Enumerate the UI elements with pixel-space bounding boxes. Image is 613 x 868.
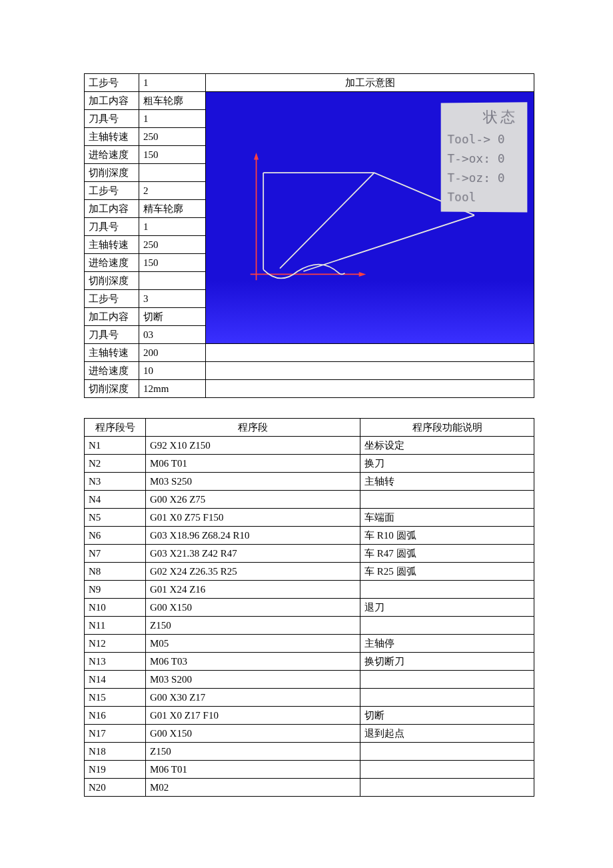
segment-number: N17 bbox=[85, 725, 146, 743]
table-row: N4G00 X26 Z75 bbox=[85, 491, 534, 509]
diagram-header: 加工示意图 bbox=[206, 74, 534, 92]
segment-code: G01 X0 Z75 F150 bbox=[146, 509, 360, 527]
segment-code: G00 X150 bbox=[146, 725, 360, 743]
segment-desc: 切断 bbox=[360, 707, 534, 725]
row-label: 进给速度 bbox=[85, 254, 139, 272]
row-value bbox=[139, 164, 206, 182]
table-row: N7G03 X21.38 Z42 R47车 R47 圆弧 bbox=[85, 545, 534, 563]
table-row: 加工内容 粗车轮廓 状态 Tool-> bbox=[85, 92, 534, 110]
segment-desc bbox=[360, 617, 534, 635]
segment-desc: 换刀 bbox=[360, 455, 534, 473]
row-label: 加工内容 bbox=[85, 200, 139, 218]
segment-code: G01 X0 Z17 F10 bbox=[146, 707, 360, 725]
segment-number: N1 bbox=[85, 437, 146, 455]
segment-number: N4 bbox=[85, 491, 146, 509]
status-line: T->ox: 0 bbox=[447, 149, 518, 169]
table-row: N5G01 X0 Z75 F150车端面 bbox=[85, 509, 534, 527]
segment-code: M05 bbox=[146, 635, 360, 653]
segment-number: N2 bbox=[85, 455, 146, 473]
diagram-empty bbox=[206, 344, 534, 362]
table-row: N20M02 bbox=[85, 779, 534, 797]
segment-desc bbox=[360, 671, 534, 689]
segment-code: G00 X150 bbox=[146, 599, 360, 617]
segment-code: G92 X10 Z150 bbox=[146, 437, 360, 455]
segment-desc: 退刀 bbox=[360, 599, 534, 617]
segment-desc: 车 R10 圆弧 bbox=[360, 527, 534, 545]
segment-number: N6 bbox=[85, 527, 146, 545]
row-label: 刀具号 bbox=[85, 326, 139, 344]
col-header: 程序段号 bbox=[85, 419, 146, 437]
segment-desc: 车 R47 圆弧 bbox=[360, 545, 534, 563]
table-row: N14M03 S200 bbox=[85, 671, 534, 689]
segment-number: N14 bbox=[85, 671, 146, 689]
row-value: 1 bbox=[139, 218, 206, 236]
segment-code: M03 S250 bbox=[146, 473, 360, 491]
segment-number: N11 bbox=[85, 617, 146, 635]
table-row: N11Z150 bbox=[85, 617, 534, 635]
row-label: 切削深度 bbox=[85, 272, 139, 290]
segment-number: N5 bbox=[85, 509, 146, 527]
segment-number: N10 bbox=[85, 599, 146, 617]
table-row: N6G03 X18.96 Z68.24 R10车 R10 圆弧 bbox=[85, 527, 534, 545]
table-row: N16G01 X0 Z17 F10切断 bbox=[85, 707, 534, 725]
segment-code: G03 X18.96 Z68.24 R10 bbox=[146, 527, 360, 545]
segment-code: M06 T01 bbox=[146, 761, 360, 779]
segment-number: N7 bbox=[85, 545, 146, 563]
table-row: N9G01 X24 Z16 bbox=[85, 581, 534, 599]
segment-code: G02 X24 Z26.35 R25 bbox=[146, 563, 360, 581]
status-line: Tool bbox=[447, 187, 518, 207]
table-row: N1G92 X10 Z150坐标设定 bbox=[85, 437, 534, 455]
col-header: 程序段功能说明 bbox=[360, 419, 534, 437]
segment-code: M03 S200 bbox=[146, 671, 360, 689]
table-row: N18Z150 bbox=[85, 743, 534, 761]
row-value: 切断 bbox=[139, 308, 206, 326]
segment-number: N12 bbox=[85, 635, 146, 653]
table-row: 工步号 1 加工示意图 bbox=[85, 74, 534, 92]
row-label: 主轴转速 bbox=[85, 344, 139, 362]
row-value: 150 bbox=[139, 146, 206, 164]
segment-desc: 退到起点 bbox=[360, 725, 534, 743]
row-label: 切削深度 bbox=[85, 164, 139, 182]
segment-number: N18 bbox=[85, 743, 146, 761]
svg-marker-3 bbox=[359, 272, 366, 277]
diagram-empty bbox=[206, 380, 534, 398]
diagram-empty bbox=[206, 362, 534, 380]
row-value: 250 bbox=[139, 236, 206, 254]
row-label: 工步号 bbox=[85, 74, 139, 92]
table-header-row: 程序段号 程序段 程序段功能说明 bbox=[85, 419, 534, 437]
row-value: 10 bbox=[139, 362, 206, 380]
row-value: 粗车轮廓 bbox=[139, 92, 206, 110]
segment-code: Z150 bbox=[146, 617, 360, 635]
table-row: N13M06 T03换切断刀 bbox=[85, 653, 534, 671]
status-title: 状态 bbox=[447, 105, 518, 129]
status-line: Tool-> 0 bbox=[447, 130, 518, 149]
row-label: 主轴转速 bbox=[85, 236, 139, 254]
segment-number: N15 bbox=[85, 689, 146, 707]
toolpath-plot bbox=[239, 137, 474, 293]
row-label: 刀具号 bbox=[85, 110, 139, 128]
table-row: N3M03 S250主轴转 bbox=[85, 473, 534, 491]
segment-desc bbox=[360, 779, 534, 797]
status-line: T->oz: 0 bbox=[447, 169, 518, 188]
row-label: 进给速度 bbox=[85, 146, 139, 164]
row-label: 进给速度 bbox=[85, 362, 139, 380]
svg-marker-2 bbox=[254, 153, 259, 160]
segment-code: G00 X26 Z75 bbox=[146, 491, 360, 509]
row-value bbox=[139, 272, 206, 290]
segment-number: N20 bbox=[85, 779, 146, 797]
table-row: N2M06 T01换刀 bbox=[85, 455, 534, 473]
table-row: 切削深度12mm bbox=[85, 380, 534, 398]
segment-desc bbox=[360, 761, 534, 779]
col-header: 程序段 bbox=[146, 419, 360, 437]
row-label: 加工内容 bbox=[85, 308, 139, 326]
table-row: 进给速度10 bbox=[85, 362, 534, 380]
row-label: 刀具号 bbox=[85, 218, 139, 236]
row-label: 加工内容 bbox=[85, 92, 139, 110]
row-value: 精车轮廓 bbox=[139, 200, 206, 218]
segment-desc: 主轴停 bbox=[360, 635, 534, 653]
row-label: 切削深度 bbox=[85, 380, 139, 398]
segment-desc: 换切断刀 bbox=[360, 653, 534, 671]
segment-desc: 车端面 bbox=[360, 509, 534, 527]
segment-desc: 主轴转 bbox=[360, 473, 534, 491]
row-value: 150 bbox=[139, 254, 206, 272]
